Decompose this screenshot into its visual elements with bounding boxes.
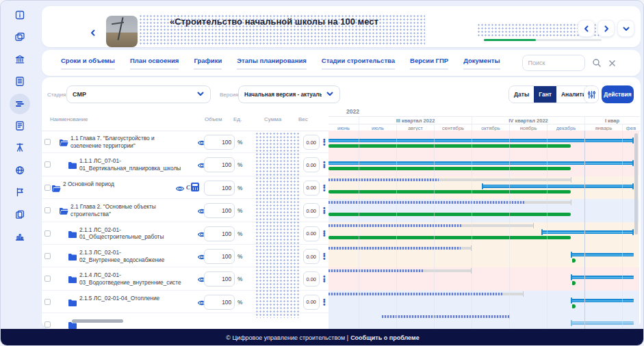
folder-closed-icon[interactable] <box>68 297 77 310</box>
row-menu-icon[interactable]: ••• <box>323 161 326 168</box>
search-box <box>522 55 585 71</box>
actual-bar[interactable] <box>329 139 634 142</box>
row-checkbox[interactable] <box>44 207 51 213</box>
row-checkbox[interactable] <box>44 139 51 145</box>
baseline-bar[interactable] <box>329 236 571 239</box>
actual-bar[interactable] <box>571 253 634 256</box>
actual-bar[interactable] <box>541 230 634 234</box>
baseline-bar[interactable] <box>329 167 571 170</box>
volume-input[interactable]: 100 <box>204 226 235 241</box>
actual-bar[interactable] <box>482 185 634 188</box>
sidebar-flag-icon[interactable] <box>14 186 26 198</box>
sidebar-document-report-icon[interactable] <box>14 120 26 132</box>
row-checkbox[interactable] <box>44 276 51 282</box>
row-checkbox[interactable] <box>44 253 51 259</box>
search-input[interactable] <box>523 55 584 70</box>
report-problem-link[interactable]: Сообщить о проблеме <box>350 334 420 341</box>
weight-input[interactable]: 0.00 <box>303 271 320 287</box>
planned-bar[interactable] <box>329 178 571 181</box>
volume-input[interactable]: 100 <box>204 181 235 196</box>
sidebar-bar-chart-icon[interactable] <box>14 230 26 243</box>
actual-bar[interactable] <box>329 161 634 165</box>
sidebar-photo-cards-icon[interactable] <box>14 31 26 43</box>
weight-input[interactable]: 0.00 <box>303 203 320 218</box>
tab-7[interactable]: Документы <box>463 57 500 70</box>
planned-bar[interactable] <box>329 269 471 272</box>
view-button-гант[interactable]: Гант <box>534 86 556 103</box>
sidebar-info-panel-icon[interactable] <box>14 9 26 21</box>
folder-closed-icon[interactable] <box>68 229 77 241</box>
row-menu-icon[interactable]: ••• <box>323 185 326 191</box>
sidebar-copy-docs-icon[interactable] <box>14 209 26 221</box>
tab-4[interactable]: Этапы планирования <box>237 57 307 70</box>
volume-input[interactable]: 100 <box>204 203 235 218</box>
unit-value: % <box>237 230 242 237</box>
sidebar-gantt-lines-icon[interactable] <box>14 98 26 110</box>
row-checkbox[interactable] <box>44 185 51 191</box>
visibility-eye-icon[interactable] <box>175 183 185 196</box>
row-menu-icon[interactable]: ••• <box>323 253 326 260</box>
sidebar-tower-crane-icon[interactable] <box>14 142 26 154</box>
weight-input[interactable]: 0.00 <box>303 226 320 241</box>
actual-bar[interactable] <box>571 276 634 279</box>
folder-closed-icon[interactable] <box>68 274 77 287</box>
folder-open-icon[interactable] <box>51 183 61 196</box>
volume-input[interactable]: 100 <box>204 295 235 310</box>
nav-next-button[interactable] <box>597 20 615 37</box>
volume-input[interactable]: 100 <box>204 249 235 264</box>
volume-input[interactable]: 100 <box>204 135 235 150</box>
tab-3[interactable]: Графики <box>194 57 222 70</box>
calculator-icon[interactable] <box>191 183 199 191</box>
baseline-bar[interactable] <box>329 144 571 148</box>
row-checkbox[interactable] <box>44 321 51 328</box>
weight-input[interactable]: 0.00 <box>303 181 320 196</box>
weight-input[interactable]: 0.00 <box>303 249 320 264</box>
weight-input[interactable]: 0.00 <box>303 157 320 172</box>
actual-bar[interactable] <box>571 321 634 325</box>
row-menu-icon[interactable]: ••• <box>323 276 326 282</box>
row-checkbox[interactable] <box>44 299 51 305</box>
planned-bar[interactable] <box>329 201 571 204</box>
folder-closed-icon[interactable] <box>68 160 77 172</box>
vertical-scrollbar[interactable] <box>634 133 638 235</box>
filter-settings-button[interactable] <box>584 85 599 103</box>
row-menu-icon[interactable]: ••• <box>323 139 326 146</box>
folder-open-icon[interactable] <box>59 137 68 150</box>
tab-2[interactable]: План освоения <box>130 57 179 70</box>
tab-6[interactable]: Версии ГПР <box>410 57 448 70</box>
actual-bar[interactable] <box>571 299 634 302</box>
search-icon[interactable] <box>592 58 602 68</box>
baseline-bar[interactable] <box>329 213 571 216</box>
planned-bar[interactable] <box>329 293 523 295</box>
sidebar-bank-icon[interactable] <box>14 53 26 66</box>
stage-select[interactable]: СМР <box>66 85 211 103</box>
nav-prev-button[interactable] <box>578 20 595 37</box>
row-checkbox[interactable] <box>44 230 51 237</box>
clear-search-icon[interactable] <box>608 59 616 67</box>
volume-input[interactable]: 100 <box>204 271 235 287</box>
nav-expand-button[interactable] <box>617 20 634 37</box>
row-menu-icon[interactable]: ••• <box>323 230 326 237</box>
row-menu-icon[interactable]: ••• <box>323 299 326 306</box>
horizontal-scrollbar[interactable] <box>72 319 123 323</box>
planned-bar[interactable] <box>382 315 509 318</box>
stage-label: Стадия <box>47 92 66 98</box>
folder-closed-icon[interactable] <box>68 252 77 264</box>
version-select[interactable]: Начальная версия - актуальная <box>238 85 340 103</box>
task-name: 2.1.4 ЛС_02-01-03_Водоотведение_внутренн… <box>79 271 182 288</box>
view-button-даты[interactable]: Даты <box>509 86 534 103</box>
tab-1[interactable]: Сроки и объемы <box>61 57 115 70</box>
folder-open-icon[interactable] <box>59 206 68 218</box>
weight-input[interactable]: 0.00 <box>303 295 320 310</box>
weight-input[interactable]: 0.00 <box>303 135 320 150</box>
row-menu-icon[interactable]: ••• <box>323 207 326 214</box>
planned-bar[interactable] <box>329 247 471 250</box>
row-checkbox[interactable] <box>44 161 51 168</box>
volume-input[interactable]: 100 <box>204 157 235 172</box>
tab-5[interactable]: Стадии строительства <box>322 57 395 70</box>
sidebar-globe-icon[interactable] <box>14 164 26 176</box>
actions-button[interactable]: Действия <box>602 85 634 103</box>
baseline-bar[interactable] <box>329 190 571 194</box>
collapse-panel-button[interactable] <box>86 25 101 40</box>
sidebar-document-lines-icon[interactable] <box>14 75 26 88</box>
